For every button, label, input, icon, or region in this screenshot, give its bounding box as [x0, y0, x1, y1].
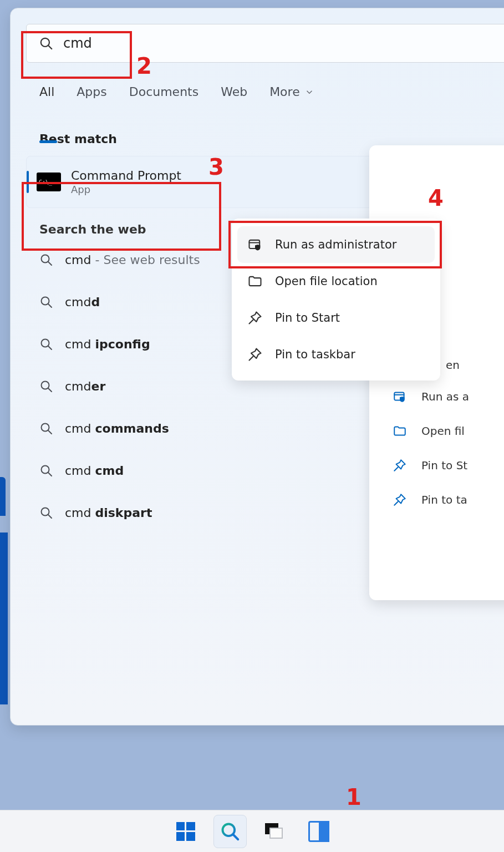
web-suggestion-text: cmd ipconfig: [65, 337, 150, 351]
best-match-title: Command Prompt: [71, 169, 181, 182]
folder-icon: [393, 424, 407, 438]
context-menu-pin-task[interactable]: Pin to taskbar: [237, 336, 435, 373]
search-icon: [39, 295, 53, 308]
svg-line-5: [48, 304, 52, 307]
annotation-number-2: 2: [136, 53, 152, 79]
web-suggestion-text: cmd - See web results: [65, 253, 200, 267]
web-suggestion-text: cmd diskpart: [65, 506, 152, 520]
taskbar: [0, 810, 504, 852]
svg-line-3: [48, 262, 52, 265]
search-icon: [39, 253, 53, 266]
web-suggestion-text: cmd cmd: [65, 464, 124, 478]
svg-line-11: [48, 430, 52, 434]
task-view-button[interactable]: [258, 815, 291, 848]
window-shield-icon: [393, 389, 407, 404]
preview-action[interactable]: Pin to St: [393, 458, 469, 473]
search-icon: [39, 422, 53, 435]
svg-line-19: [394, 501, 398, 505]
context-menu-label: Pin to Start: [275, 311, 340, 324]
windows-logo-icon: [176, 822, 195, 841]
widgets-button[interactable]: [302, 815, 335, 848]
folder-icon: [247, 273, 263, 289]
annotation-box-2: [21, 31, 132, 79]
active-tab-indicator: [39, 140, 57, 143]
preview-open-suffix: en: [446, 358, 460, 372]
search-icon: [39, 464, 53, 477]
task-view-icon: [265, 823, 284, 840]
tab-apps[interactable]: Apps: [77, 85, 106, 106]
svg-line-15: [48, 515, 52, 518]
preview-action-label: Open fil: [421, 424, 465, 438]
annotation-number-4: 4: [428, 185, 444, 211]
tab-more[interactable]: More: [269, 85, 314, 106]
svg-line-25: [233, 835, 238, 839]
annotation-number-1: 1: [346, 784, 362, 810]
context-menu-label: Pin to taskbar: [275, 348, 355, 361]
search-icon: [39, 379, 53, 393]
preview-action[interactable]: Pin to ta: [393, 493, 469, 507]
tab-all[interactable]: All: [39, 85, 54, 106]
preview-action-label: Pin to St: [421, 459, 467, 472]
pin-icon: [247, 310, 263, 326]
preview-action-label: Run as a: [421, 390, 469, 403]
tab-documents[interactable]: Documents: [129, 85, 198, 106]
taskbar-search-button[interactable]: [213, 815, 247, 848]
pin-icon: [393, 458, 407, 473]
search-icon: [39, 506, 53, 519]
pin-icon: [393, 493, 407, 507]
context-menu-pin-start[interactable]: Pin to Start: [237, 300, 435, 336]
tab-web[interactable]: Web: [221, 85, 247, 106]
widgets-icon: [308, 821, 329, 842]
web-suggestion-text: cmdd: [65, 295, 100, 309]
annotation-number-3: 3: [208, 154, 224, 180]
web-suggestion-text: cmd commands: [65, 422, 169, 435]
preview-action-label: Pin to ta: [421, 493, 467, 506]
svg-line-22: [250, 320, 253, 324]
preview-action[interactable]: Run as a: [393, 389, 469, 404]
search-icon: [39, 337, 53, 351]
pin-icon: [247, 347, 263, 362]
start-button[interactable]: [169, 815, 202, 848]
chevron-down-icon: [304, 87, 314, 97]
search-icon: [220, 821, 240, 841]
svg-line-9: [48, 388, 52, 392]
svg-line-23: [250, 357, 253, 361]
svg-line-18: [394, 467, 398, 471]
svg-line-13: [48, 473, 52, 476]
context-menu-label: Open file location: [275, 275, 378, 288]
svg-line-7: [48, 346, 52, 349]
preview-action[interactable]: Open fil: [393, 424, 469, 438]
web-suggestion-text: cmder: [65, 379, 105, 393]
annotation-box-3: [22, 182, 221, 251]
annotation-box-4: [228, 221, 442, 268]
